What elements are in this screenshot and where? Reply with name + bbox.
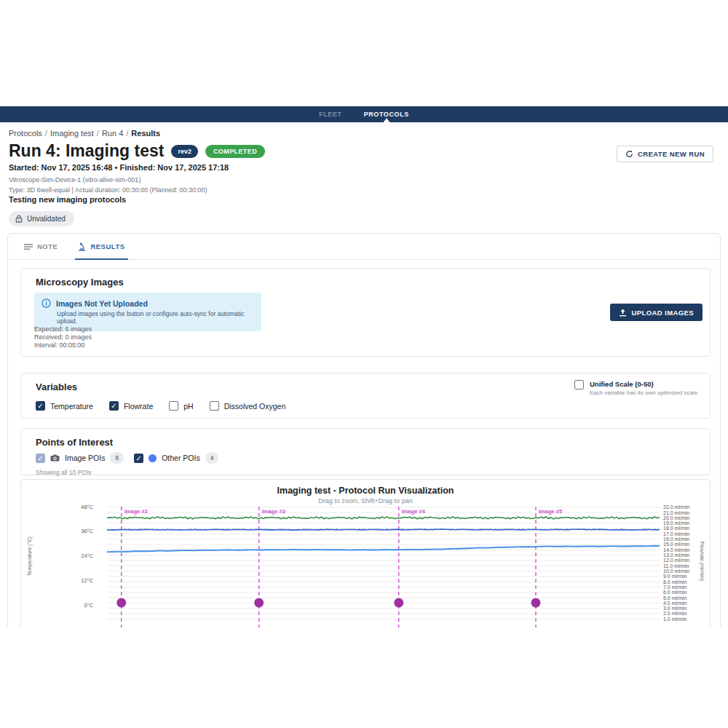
other-poi-dot[interactable] — [116, 598, 126, 607]
revision-badge: rev2 — [171, 145, 198, 158]
variable-option-flowrate[interactable]: ✓Flowrate — [109, 401, 153, 411]
run-timing: Started: Nov 17, 2025 16:48 • Finished: … — [9, 163, 229, 172]
variable-option-dissolved-oxygen[interactable]: ✓Dissolved Oxygen — [210, 401, 286, 411]
variable-option-ph[interactable]: ✓pH — [169, 401, 193, 411]
flow-axis-tick: 1.0 ml/min — [663, 617, 687, 622]
flow-axis-label: Flowrate (ml/min) — [699, 542, 705, 581]
unified-scale-checkbox[interactable]: ✓ — [574, 380, 584, 389]
device-info: Vitroscope-Sim-Device-1 (vitro-alive-sim… — [9, 176, 141, 183]
breadcrumb-protocols[interactable]: Protocols — [9, 129, 42, 138]
temp-axis-tick: 36°C — [81, 528, 93, 534]
unified-scale-control[interactable]: ✓ Unified Scale (0-50) Each variable has… — [574, 380, 700, 396]
upload-images-button[interactable]: UPLOAD IMAGES — [610, 304, 703, 321]
flow-axis-tick: 18.0 ml/min — [663, 526, 689, 531]
poi-dot-icon — [149, 454, 157, 462]
other-poi-dot[interactable] — [254, 598, 264, 607]
other-poi-dot[interactable] — [394, 598, 403, 607]
banner-title: Images Not Yet Uploaded — [56, 299, 148, 308]
other-pois-option[interactable]: ✓ Other POIs 4 — [134, 452, 218, 464]
temp-axis-label: Temperature (°C) — [27, 537, 33, 576]
variables-section-title: Variables — [36, 381, 77, 392]
flow-axis-tick: 17.0 ml/min — [663, 531, 689, 537]
flow-axis-tick: 14.0 ml/min — [663, 547, 689, 553]
tab-results-label: RESULTS — [90, 242, 124, 250]
camera-icon — [50, 454, 60, 462]
flow-axis-tick: 3.0 ml/min — [663, 606, 687, 611]
image-interval: Interval: 00:05:00 — [34, 341, 92, 349]
variable-checkbox[interactable]: ✓ — [210, 401, 219, 411]
unified-scale-label: Unified Scale (0-50) — [590, 380, 697, 388]
variable-checkbox[interactable]: ✓ — [36, 401, 45, 411]
temp-axis-tick: 0°C — [84, 602, 93, 609]
variable-option-temperature[interactable]: ✓Temperature — [36, 401, 93, 411]
active-tab-caret — [383, 118, 390, 123]
flow-axis-tick: 6.0 ml/min — [663, 590, 687, 595]
poi-checkbox-row: ✓ Image POIs 6 ✓ Other POIs 4 — [36, 452, 218, 464]
temp-axis-tick: 48°C — [81, 504, 93, 510]
page-title: Run 4: Imaging test — [9, 141, 164, 161]
flow-axis-tick: 8.0 ml/min — [663, 579, 687, 585]
refresh-icon — [625, 150, 633, 158]
image-pois-label: Image POIs — [65, 454, 105, 462]
image-poi-label: Image #4 — [402, 508, 426, 515]
variable-checkbox[interactable]: ✓ — [109, 401, 119, 411]
unified-scale-subtext: Each variable has its own optimized scal… — [590, 389, 697, 396]
flow-axis-tick: 19.0 ml/min — [663, 521, 689, 526]
breadcrumb-separator: / — [94, 129, 102, 138]
variable-label: Dissolved Oxygen — [224, 402, 286, 411]
expected-images: Expected: 6 images — [34, 325, 92, 333]
flow-axis-tick: 13.0 ml/min — [663, 553, 689, 558]
flow-axis-tick: 10.0 ml/min — [663, 569, 689, 574]
flow-axis-tick: 11.0 ml/min — [663, 563, 689, 569]
breadcrumb-separator: / — [42, 129, 50, 138]
image-pois-count: 6 — [110, 452, 124, 464]
image-pois-checkbox[interactable]: ✓ — [36, 454, 45, 463]
flow-axis-tick: 5.0 ml/min — [663, 596, 687, 601]
app-window: FLEET PROTOCOLS Protocols/Imaging test/R… — [0, 0, 728, 728]
status-badge: COMPLETED — [205, 145, 265, 158]
upload-icon — [619, 309, 627, 317]
lock-icon — [15, 215, 23, 223]
nav-item-protocols[interactable]: PROTOCOLS — [363, 111, 411, 118]
image-poi-label: Image #3 — [262, 508, 285, 515]
image-pois-option[interactable]: ✓ Image POIs 6 — [36, 452, 124, 464]
breadcrumb: Protocols/Imaging test/Run 4/Results — [9, 129, 160, 138]
run-type-info: Type: 3D 6well-equal | Actual duration: … — [9, 186, 207, 194]
flow-axis-tick: 2.0 ml/min — [663, 611, 687, 616]
header-title-row: Run 4: Imaging test rev2 COMPLETED — [9, 141, 265, 161]
validation-badge[interactable]: Unvalidated — [9, 211, 74, 226]
nav-item-fleet[interactable]: FLEET — [317, 111, 344, 118]
received-images: Received: 0 images — [34, 333, 92, 341]
microscopy-images-section: Microscopy Images Images Not Yet Uploade… — [20, 268, 711, 357]
other-poi-dot[interactable] — [531, 598, 540, 607]
breadcrumb-run-4[interactable]: Run 4 — [102, 129, 123, 138]
tab-note[interactable]: NOTE — [24, 234, 58, 260]
other-pois-label: Other POIs — [162, 454, 200, 462]
flow-axis-tick: 15.0 ml/min — [663, 542, 689, 547]
tab-results[interactable]: RESULTS — [78, 234, 124, 260]
flow-axis-tick: 4.0 ml/min — [663, 601, 687, 606]
flow-axis-tick: 12.0 ml/min — [663, 558, 689, 563]
breadcrumb-imaging-test[interactable]: Imaging test — [50, 129, 94, 138]
flow-axis-tick: 9.0 ml/min — [663, 574, 687, 579]
tabs-row: NOTE RESULTS — [8, 234, 720, 260]
variable-checkbox[interactable]: ✓ — [169, 401, 178, 411]
breadcrumb-separator: / — [123, 129, 131, 138]
create-new-run-button[interactable]: CREATE NEW RUN — [617, 146, 713, 162]
other-pois-checkbox[interactable]: ✓ — [134, 454, 143, 463]
variables-checkbox-row: ✓Temperature✓Flowrate✓pH✓Dissolved Oxyge… — [36, 401, 285, 411]
info-icon — [41, 298, 51, 308]
flow-axis-tick: 20.0 ml/min — [663, 515, 689, 521]
poi-section-title: Points of Interest — [36, 437, 113, 448]
flow-axis-tick: 22.0 ml/min — [663, 505, 689, 510]
variable-label: Flowrate — [124, 402, 153, 411]
series-temperature-sensor-2- — [107, 546, 660, 552]
variable-label: pH — [183, 402, 193, 411]
microscopy-section-title: Microscopy Images — [36, 277, 124, 288]
microscope-icon — [78, 242, 86, 251]
protocol-run-chart[interactable]: Image #2Image #3Image #4Image #548°C36°C… — [21, 480, 710, 628]
validation-badge-label: Unvalidated — [27, 215, 66, 223]
flow-axis-tick: 21.0 ml/min — [663, 510, 689, 515]
flow-axis-tick: 16.0 ml/min — [663, 537, 689, 542]
temp-axis-tick: 12°C — [81, 577, 93, 584]
